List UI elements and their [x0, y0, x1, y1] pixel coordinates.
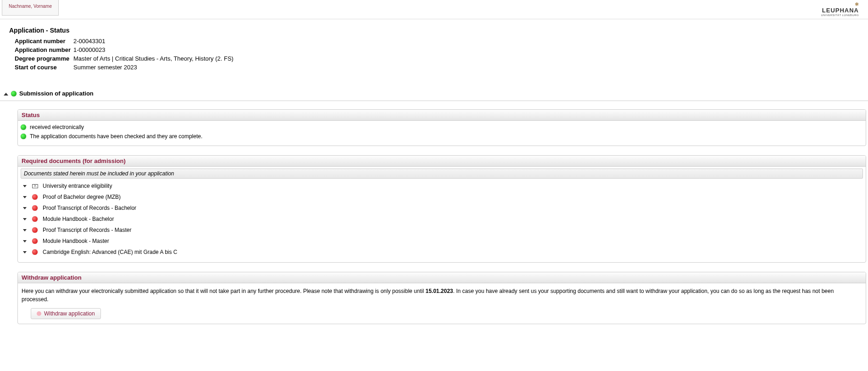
status-dot-green-icon	[11, 91, 17, 96]
document-row[interactable]: Proof Transcript of Records - Master	[21, 225, 863, 236]
withdraw-button-label: Withdraw application	[44, 310, 95, 317]
required-documents-panel: Required documents (for admission) Docum…	[17, 155, 866, 263]
application-info: Applicant number 2-00043301 Application …	[15, 37, 868, 72]
status-dot-green-icon	[21, 124, 26, 130]
document-row[interactable]: Module Handbook - Master	[21, 236, 863, 247]
status-line-text: The application documents have been chec…	[30, 133, 202, 140]
applicant-number-label: Applicant number	[15, 37, 73, 45]
chevron-down-icon[interactable]	[22, 229, 27, 231]
documents-subheader: Documents stated herein must be included…	[21, 169, 863, 179]
document-label: University entrance eligibility	[43, 183, 112, 189]
document-row[interactable]: University entrance eligibility	[21, 180, 863, 191]
withdraw-description: Here you can withdraw your electronicall…	[21, 285, 863, 308]
status-panel-header: Status	[18, 110, 866, 121]
section-divider	[0, 101, 868, 101]
start-of-course-value: Summer semester 2023	[73, 63, 137, 72]
status-dot-red-icon	[32, 194, 38, 200]
start-of-course-label: Start of course	[15, 63, 73, 72]
submission-section-header[interactable]: Submission of application	[0, 90, 868, 97]
logo: ✱ LEUPHANA UNIVERSITÄT LÜNEBURG	[821, 0, 868, 17]
chevron-down-icon[interactable]	[22, 207, 27, 209]
logo-subtext: UNIVERSITÄT LÜNEBURG	[821, 14, 859, 17]
status-dot-green-icon	[21, 134, 26, 139]
withdraw-dot-icon	[37, 311, 41, 316]
chevron-down-icon[interactable]	[22, 251, 27, 253]
withdraw-panel: Withdraw application Here you can withdr…	[17, 272, 866, 324]
status-line: received electronically	[21, 123, 863, 132]
chevron-down-icon[interactable]	[22, 218, 27, 220]
document-label: Module Handbook - Bachelor	[43, 216, 114, 222]
page-title: Application - Status	[9, 27, 868, 34]
degree-programme-value: Master of Arts | Critical Studies - Arts…	[73, 54, 234, 63]
withdraw-panel-header: Withdraw application	[18, 272, 866, 283]
envelope-icon	[32, 184, 38, 188]
status-line: The application documents have been chec…	[21, 132, 863, 141]
document-row[interactable]: Cambridge English: Advanced (CAE) mit Gr…	[21, 247, 863, 258]
document-label: Proof Transcript of Records - Master	[43, 227, 131, 233]
top-bar: Nachname, Vorname ✱ LEUPHANA UNIVERSITÄT…	[0, 0, 868, 19]
application-number-value: 1-00000023	[73, 45, 105, 54]
user-tab[interactable]: Nachname, Vorname	[2, 0, 59, 16]
status-dot-red-icon	[32, 205, 38, 211]
status-dot-red-icon	[32, 238, 38, 244]
status-dot-red-icon	[32, 227, 38, 233]
chevron-down-icon[interactable]	[22, 185, 27, 187]
status-dot-red-icon	[32, 216, 38, 222]
degree-programme-label: Degree programme	[15, 54, 73, 63]
chevron-down-icon[interactable]	[22, 196, 27, 198]
document-label: Cambridge English: Advanced (CAE) mit Gr…	[43, 249, 177, 255]
status-line-text: received electronically	[30, 124, 84, 130]
document-row[interactable]: Module Handbook - Bachelor	[21, 214, 863, 225]
logo-symbol-icon: ✱	[821, 2, 859, 7]
status-dot-red-icon	[32, 249, 38, 255]
document-label: Module Handbook - Master	[43, 238, 109, 244]
withdraw-text-pre: Here you can withdraw your electronicall…	[22, 288, 425, 294]
withdraw-application-button[interactable]: Withdraw application	[31, 308, 101, 319]
status-panel: Status received electronicallyThe applic…	[17, 109, 866, 146]
document-label: Proof Transcript of Records - Bachelor	[43, 205, 136, 211]
withdraw-deadline: 15.01.2023	[425, 288, 453, 294]
document-row[interactable]: Proof Transcript of Records - Bachelor	[21, 202, 863, 214]
document-label: Proof of Bachelor degree (MZB)	[43, 194, 121, 200]
submission-section-title: Submission of application	[19, 90, 94, 97]
required-documents-header: Required documents (for admission)	[18, 156, 866, 167]
logo-text: LEUPHANA	[821, 7, 859, 14]
chevron-down-icon[interactable]	[22, 240, 27, 242]
chevron-up-icon	[4, 90, 8, 97]
document-row[interactable]: Proof of Bachelor degree (MZB)	[21, 191, 863, 202]
applicant-number-value: 2-00043301	[73, 37, 105, 45]
application-number-label: Application number	[15, 45, 73, 54]
